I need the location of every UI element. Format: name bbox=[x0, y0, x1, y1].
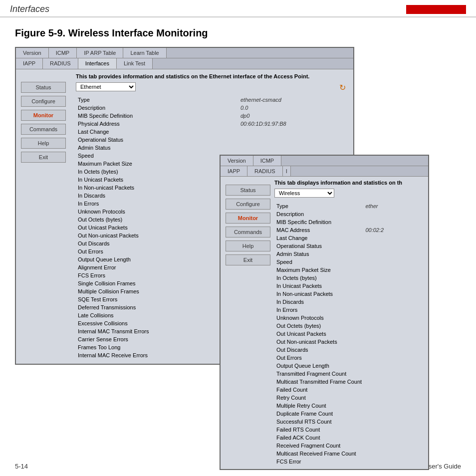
sidebar-btn-monitor[interactable]: Monitor bbox=[21, 110, 66, 121]
stat-label: Internal MAC Transmit Errors bbox=[77, 328, 238, 335]
sidebar-btn-exit[interactable]: Exit bbox=[21, 152, 66, 163]
wireless-sidebar-btn-monitor[interactable]: Monitor bbox=[226, 213, 270, 224]
table-row: MIB Specific Definition bbox=[275, 219, 423, 226]
stat-label: In Octets (bytes) bbox=[275, 274, 363, 281]
tab-radius[interactable]: RADIUS bbox=[43, 58, 78, 69]
tab-version[interactable]: Version bbox=[16, 48, 49, 58]
wireless-panel-body: This tab displays information and statis… bbox=[270, 177, 428, 469]
stat-label: Retry Count bbox=[275, 394, 363, 401]
stat-label: Speed bbox=[77, 152, 238, 159]
stat-value bbox=[239, 128, 347, 135]
stat-label: Out Non-unicast Packets bbox=[77, 232, 238, 239]
stat-label: Admin Status bbox=[275, 250, 363, 257]
refresh-icon[interactable]: ↻ bbox=[339, 83, 349, 93]
table-row: Admin Status bbox=[275, 250, 423, 257]
stat-label: Successful RTS Count bbox=[275, 418, 363, 425]
stat-label: Alignment Error bbox=[77, 264, 238, 271]
ethernet-interface-select[interactable]: Ethernet Wireless bbox=[76, 82, 136, 91]
table-row: Operational Status bbox=[275, 242, 423, 249]
stat-label: Transmitted Fragment Count bbox=[275, 370, 363, 377]
stat-label: SQE Test Errors bbox=[77, 296, 238, 303]
wireless-interface-select[interactable]: Wireless Ethernet bbox=[274, 189, 334, 198]
stat-label: In Errors bbox=[77, 200, 238, 207]
table-row: Physical Address00:60:1D:91:97:B8 bbox=[77, 120, 347, 127]
stat-value bbox=[364, 250, 423, 257]
stat-value bbox=[364, 306, 423, 313]
stat-label: Physical Address bbox=[77, 120, 238, 127]
wireless-sidebar-btn-help[interactable]: Help bbox=[226, 240, 270, 251]
stat-label: Failed RTS Count bbox=[275, 426, 363, 433]
table-row: Multiple Retry Count bbox=[275, 402, 423, 409]
stat-value bbox=[364, 394, 423, 401]
stat-label: Output Queue Length bbox=[77, 256, 238, 263]
stat-value bbox=[364, 330, 423, 337]
tab-icmp[interactable]: ICMP bbox=[49, 48, 77, 58]
wireless-sidebar-btn-configure[interactable]: Configure bbox=[226, 199, 270, 210]
stat-label: In Discards bbox=[275, 298, 363, 305]
stat-label: Operational Status bbox=[275, 242, 363, 249]
stat-label: In Non-unicast Packets bbox=[275, 290, 363, 297]
wireless-dropdown-row: Wireless Ethernet bbox=[274, 189, 424, 198]
sidebar-btn-commands[interactable]: Commands bbox=[21, 124, 66, 135]
table-row: Multicast Received Frame Count bbox=[275, 450, 423, 457]
wireless-tab-radius[interactable]: RADIUS bbox=[247, 166, 283, 176]
stat-label: Out Non-unicast Packets bbox=[275, 338, 363, 345]
table-row: Description0.0 bbox=[77, 104, 347, 111]
stat-label: Type bbox=[275, 203, 363, 210]
stat-label: Out Octets (bytes) bbox=[275, 322, 363, 329]
tab-iapp[interactable]: IAPP bbox=[16, 58, 43, 69]
stat-label: FCS Errors bbox=[77, 272, 238, 279]
table-row: Typeethernet-csmacd bbox=[77, 96, 347, 103]
tab-link-test[interactable]: Link Test bbox=[117, 58, 153, 69]
stat-value: 00:60:1D:91:97:B8 bbox=[239, 120, 347, 127]
wireless-sidebar-btn-exit[interactable]: Exit bbox=[226, 254, 270, 265]
table-row: Last Change bbox=[275, 235, 423, 241]
stat-value: ethernet-csmacd bbox=[239, 96, 347, 103]
table-row: Retry Count bbox=[275, 394, 423, 401]
ethernet-tab-bar-top: Version ICMP IP ARP Table Learn Table bbox=[16, 48, 353, 58]
table-row: In Non-unicast Packets bbox=[275, 290, 423, 297]
wireless-stats-table: TypeetherDescriptionMIB Specific Definit… bbox=[274, 202, 424, 466]
sidebar-btn-help[interactable]: Help bbox=[21, 138, 66, 149]
table-row: FCS Error bbox=[275, 458, 423, 465]
stat-value bbox=[364, 314, 423, 321]
sidebar-btn-configure[interactable]: Configure bbox=[21, 96, 66, 107]
stat-value bbox=[364, 354, 423, 361]
stat-label: Out Errors bbox=[77, 248, 238, 255]
stat-label: Unknown Protocols bbox=[77, 208, 238, 215]
ethernet-sidebar: Status Configure Monitor Commands Help E… bbox=[16, 78, 71, 163]
stat-label: Description bbox=[275, 211, 363, 218]
stat-label: Description bbox=[77, 104, 238, 111]
wireless-sidebar-btn-status[interactable]: Status bbox=[226, 185, 270, 196]
stat-value bbox=[364, 362, 423, 369]
table-row: Speed bbox=[275, 258, 423, 265]
stat-label: Maximum Packet Size bbox=[275, 266, 363, 273]
wireless-tab-iapp[interactable]: IAPP bbox=[221, 166, 247, 176]
stat-label: Last Change bbox=[77, 128, 238, 135]
tab-interfaces[interactable]: Interfaces bbox=[78, 58, 117, 69]
table-row: Out Unicast Packets bbox=[275, 330, 423, 337]
stat-value bbox=[364, 322, 423, 329]
sidebar-btn-status[interactable]: Status bbox=[21, 82, 66, 93]
wireless-sidebar-btn-commands[interactable]: Commands bbox=[226, 227, 270, 238]
stat-value bbox=[364, 378, 423, 385]
table-row: In Octets (bytes) bbox=[275, 274, 423, 281]
table-row: Typeether bbox=[275, 203, 423, 210]
table-row: Received Fragment Count bbox=[275, 442, 423, 449]
stat-label: In Unicast Packets bbox=[275, 282, 363, 289]
page-header-title: Interfaces bbox=[10, 4, 49, 14]
stat-label: MIB Specific Definition bbox=[77, 112, 238, 119]
stat-label: Admin Status bbox=[77, 144, 238, 151]
stat-label: In Octets (bytes) bbox=[77, 168, 238, 175]
tab-ip-arp-table[interactable]: IP ARP Table bbox=[77, 48, 123, 58]
stat-label: In Non-unicast Packets bbox=[77, 184, 238, 191]
stat-label: Type bbox=[77, 96, 238, 103]
wireless-tab-icmp[interactable]: ICMP bbox=[253, 156, 282, 166]
table-row: Duplicate Frame Count bbox=[275, 410, 423, 417]
stat-value bbox=[364, 386, 423, 393]
stat-value: dp0 bbox=[239, 112, 347, 119]
table-row: Unknown Protocols bbox=[275, 314, 423, 321]
wireless-tab-version[interactable]: Version bbox=[221, 156, 253, 166]
table-row: Description bbox=[275, 211, 423, 218]
tab-learn-table[interactable]: Learn Table bbox=[123, 48, 166, 58]
